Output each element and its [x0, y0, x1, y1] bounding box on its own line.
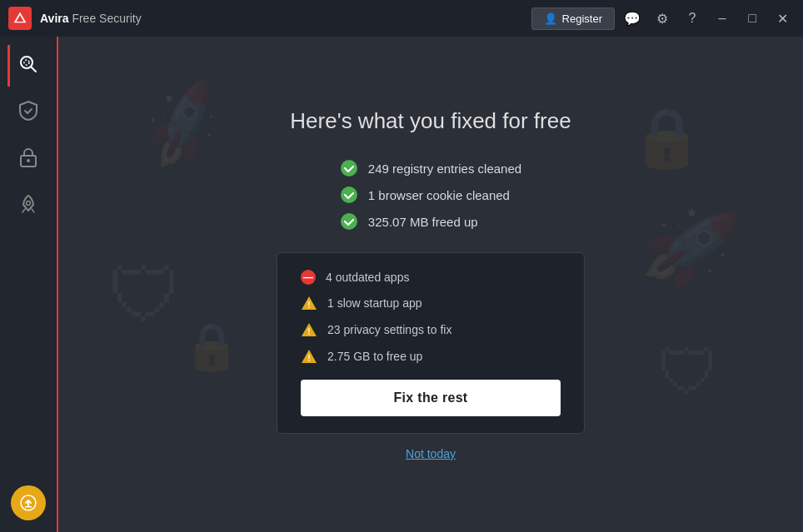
app-title: Avira Free Security [40, 12, 142, 25]
close-icon[interactable]: ✕ [770, 6, 795, 31]
titlebar: Avira Free Security 👤 Register 💬 ⚙ ? – □… [0, 0, 803, 37]
svg-point-8 [341, 160, 357, 177]
warning-icon-privacy: ! [301, 321, 317, 338]
chat-icon[interactable]: 💬 [620, 6, 645, 31]
check-icon-cookie [340, 186, 358, 204]
sidebar [0, 37, 58, 532]
minimize-icon[interactable]: – [710, 6, 735, 31]
svg-point-9 [341, 186, 357, 203]
content-inner: Here's what you fixed for free 249 regis… [58, 108, 803, 460]
user-icon: 👤 [544, 12, 557, 25]
error-icon-outdated: — [301, 270, 316, 285]
warning-item-outdated-apps: — 4 outdated apps [301, 270, 561, 285]
page-title: Here's what you fixed for free [290, 108, 571, 134]
sidebar-item-privacy[interactable] [7, 138, 49, 180]
sidebar-item-performance[interactable] [7, 185, 49, 226]
titlebar-left: Avira Free Security [8, 7, 142, 30]
warning-card: — 4 outdated apps ! 1 slow startup app [277, 252, 585, 434]
svg-text:!: ! [307, 301, 310, 310]
svg-point-10 [341, 213, 357, 230]
fixed-items-list: 249 registry entries cleaned 1 browser c… [340, 159, 521, 231]
svg-text:!: ! [307, 354, 310, 363]
titlebar-right: 👤 Register 💬 ⚙ ? – □ ✕ [531, 6, 795, 31]
fixed-item-cookie: 1 browser cookie cleaned [340, 186, 510, 204]
help-icon[interactable]: ? [680, 6, 705, 31]
upload-badge[interactable] [11, 485, 46, 520]
fix-rest-button[interactable]: Fix the rest [301, 380, 561, 416]
svg-point-5 [27, 201, 31, 205]
svg-line-1 [32, 67, 37, 72]
avira-logo [8, 7, 32, 30]
warning-icon-startup: ! [301, 295, 317, 311]
shield-icon [18, 100, 38, 126]
main-content: 🚀 🛡 🔒 🔒 🚀 🛡 Here's what you fixed for fr… [58, 37, 803, 532]
warning-item-storage: ! 2.75 GB to free up [301, 348, 561, 365]
sidebar-bottom [11, 485, 46, 520]
warning-icon-storage: ! [301, 348, 317, 365]
maximize-icon[interactable]: □ [740, 6, 765, 31]
sidebar-item-search[interactable] [7, 45, 49, 87]
settings-icon[interactable]: ⚙ [650, 6, 675, 31]
register-button[interactable]: 👤 Register [531, 7, 615, 30]
check-icon-registry [340, 159, 358, 177]
check-icon-space [340, 212, 358, 231]
search-scan-icon [17, 53, 39, 79]
fixed-item-registry: 249 registry entries cleaned [340, 159, 521, 177]
svg-point-2 [24, 60, 29, 65]
sidebar-item-protection[interactable] [7, 92, 49, 133]
warning-item-privacy: ! 23 privacy settings to fix [301, 321, 561, 338]
warning-item-startup: ! 1 slow startup app [301, 295, 561, 311]
rocket-icon [19, 193, 37, 219]
main-layout: 🚀 🛡 🔒 🔒 🚀 🛡 Here's what you fixed for fr… [0, 37, 803, 532]
svg-point-4 [27, 159, 30, 162]
svg-text:!: ! [307, 327, 310, 336]
not-today-button[interactable]: Not today [406, 447, 456, 460]
fixed-item-space: 325.07 MB freed up [340, 212, 478, 231]
lock-icon [19, 147, 37, 172]
svg-rect-7 [25, 506, 32, 508]
